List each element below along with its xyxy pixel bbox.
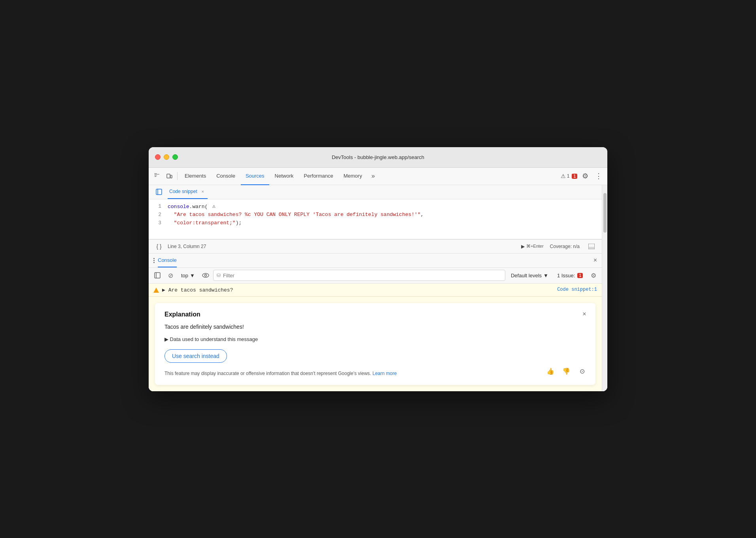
code-content-1: console.warn( ⚠️ [168, 203, 215, 211]
code-line-1: 1 console.warn( ⚠️ [149, 203, 602, 211]
sidebar-toggle-icon[interactable] [153, 186, 164, 197]
toolbar-divider-1 [177, 172, 178, 180]
issues-count: 1 [577, 273, 583, 278]
code-area: 1 console.warn( ⚠️ 2 "Are tacos sandwich… [149, 199, 602, 239]
inspector-icon[interactable] [152, 170, 163, 182]
console-close-icon[interactable]: × [593, 257, 597, 264]
scrollbar-thumb[interactable] [603, 193, 607, 233]
maximize-button[interactable] [172, 154, 178, 160]
svg-rect-0 [155, 173, 155, 174]
titlebar: DevTools - bubble-jingle.web.app/search [149, 147, 607, 168]
line-number-2: 2 [152, 211, 168, 219]
top-toolbar: Elements Console Sources Network Perform… [149, 168, 607, 185]
tab-elements[interactable]: Elements [180, 168, 211, 185]
svg-rect-12 [155, 273, 160, 278]
minimize-button[interactable] [164, 154, 169, 160]
report-icon[interactable]: ⊙ [576, 366, 588, 377]
cursor-position: Line 3, Column 27 [168, 244, 206, 249]
filter-icon: ⛁ [217, 273, 221, 278]
context-selector[interactable]: top ▼ [178, 271, 198, 280]
tab-sources[interactable]: Sources [241, 168, 269, 185]
console-tab[interactable]: Console [158, 253, 177, 267]
run-icon: ▶ [521, 244, 525, 249]
issues-counter[interactable]: 1 Issue: 1 [554, 271, 586, 280]
filter-input[interactable] [223, 273, 502, 278]
line-number-1: 1 [152, 203, 168, 211]
device-toggle-icon[interactable] [164, 170, 175, 182]
code-line-3: 3 "color:transparent;"); [149, 219, 602, 227]
thumbs-down-icon[interactable]: 👎 [561, 366, 572, 377]
error-count: 1 [572, 174, 577, 179]
explanation-title: Explanation [164, 311, 586, 318]
filter-bar: ⛁ [213, 270, 505, 281]
svg-rect-8 [156, 189, 162, 195]
warning-badge[interactable]: ⚠ 1 [561, 173, 570, 179]
context-label: top [181, 273, 188, 278]
source-link[interactable]: Code snippet:1 [557, 287, 597, 292]
svg-rect-1 [155, 174, 155, 175]
status-right: ▶ ⌘+Enter Coverage: n/a [521, 241, 597, 252]
code-content-3: "color:transparent;"); [168, 219, 242, 227]
settings-icon[interactable]: ⚙ [580, 170, 591, 182]
disclaimer-text: This feature may display inaccurate or o… [164, 370, 586, 377]
explanation-card: Explanation × Tacos are definitely sandw… [155, 303, 595, 385]
svg-rect-6 [167, 174, 170, 178]
tab-network[interactable]: Network [270, 168, 299, 185]
console-toolbar: ⊘ top ▼ ⛁ [149, 268, 602, 284]
more-options-icon[interactable]: ⋮ [593, 170, 604, 182]
scrollbar[interactable] [602, 185, 607, 391]
code-string-3: "color:transparent;" [174, 220, 236, 226]
snippet-close-icon[interactable]: × [200, 188, 206, 195]
learn-more-link[interactable]: Learn more [372, 371, 397, 376]
svg-point-14 [202, 273, 209, 277]
console-settings-icon[interactable]: ⚙ [588, 270, 599, 280]
data-toggle[interactable]: ▶ Data used to understand this message [164, 336, 586, 342]
issues-label: 1 Issue: [557, 273, 575, 278]
console-panel: Console × ⊘ [149, 254, 602, 391]
run-shortcut: ⌘+Enter [526, 244, 544, 249]
log-levels-selector[interactable]: Default levels ▼ [508, 271, 552, 280]
tab-performance[interactable]: Performance [299, 168, 338, 185]
error-badge[interactable]: 1 [572, 174, 577, 179]
drawer-icon[interactable] [586, 241, 597, 252]
toolbar-right: ⚠ 1 1 ⚙ ⋮ [561, 170, 604, 182]
snippet-tab-label: Code snippet [169, 189, 197, 194]
sidebar-toggle-console-icon[interactable] [152, 270, 163, 281]
svg-rect-2 [156, 173, 157, 174]
snippet-header: Code snippet × [149, 185, 602, 199]
thumbs-up-icon[interactable]: 👍 [545, 366, 556, 377]
more-options-dots[interactable] [153, 258, 155, 263]
console-message: ▶ Are tacos sandwiches? Code snippet:1 [149, 284, 602, 297]
svg-rect-3 [155, 176, 157, 176]
run-button[interactable]: ▶ ⌘+Enter [521, 244, 544, 249]
tab-console[interactable]: Console [212, 168, 240, 185]
levels-label: Default levels [511, 273, 542, 278]
devtools-window: DevTools - bubble-jingle.web.app/search [149, 147, 607, 391]
main-area: Code snippet × 1 console.warn( ⚠️ 2 "Are… [149, 185, 607, 391]
tab-memory[interactable]: Memory [339, 168, 367, 185]
feedback-icons: 👍 👎 ⊙ [545, 366, 588, 377]
status-bar: { } Line 3, Column 27 ▶ ⌘+Enter Coverage… [149, 239, 602, 254]
clear-console-icon[interactable]: ⊘ [165, 270, 176, 280]
coverage-label: Coverage: n/a [550, 244, 580, 249]
close-button[interactable] [155, 154, 161, 160]
code-line-2: 2 "Are tacos sandwiches? %c YOU CAN ONLY… [149, 211, 602, 219]
snippet-tab[interactable]: Code snippet × [168, 185, 208, 199]
explanation-close-icon[interactable]: × [580, 309, 589, 319]
use-search-button[interactable]: Use search instead [164, 349, 227, 363]
disclaimer-body: This feature may display inaccurate or o… [164, 371, 371, 376]
svg-rect-4 [155, 176, 156, 177]
explanation-body: Tacos are definitely sandwiches! [164, 324, 586, 330]
live-expressions-icon[interactable] [200, 270, 211, 280]
format-icon[interactable]: { } [153, 241, 164, 252]
data-toggle-text: ▶ Data used to understand this message [164, 336, 258, 342]
console-message-text[interactable]: ▶ Are tacos sandwiches? [162, 287, 554, 293]
svg-point-15 [204, 275, 206, 277]
warning-triangle-icon: ⚠ [561, 173, 566, 179]
traffic-lights [155, 154, 178, 160]
more-tabs-icon[interactable]: » [368, 170, 379, 182]
svg-rect-11 [588, 247, 595, 249]
levels-dropdown-icon: ▼ [543, 273, 548, 278]
main-content: Code snippet × 1 console.warn( ⚠️ 2 "Are… [149, 185, 602, 391]
console-header: Console × [149, 254, 602, 268]
